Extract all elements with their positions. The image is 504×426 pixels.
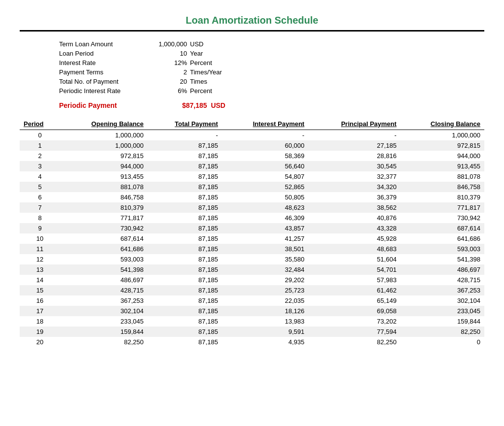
table-cell: 302,104 <box>401 295 484 306</box>
table-cell: 428,715 <box>60 285 148 295</box>
table-cell: 6 <box>20 192 60 202</box>
table-cell: 428,715 <box>401 275 484 285</box>
table-cell: 87,185 <box>148 202 222 213</box>
table-cell: 913,455 <box>60 171 148 182</box>
table-row: 18233,04587,18513,98373,202159,844 <box>20 316 484 327</box>
table-row: 7810,37987,18548,62338,562771,817 <box>20 202 484 213</box>
table-cell: 52,865 <box>222 182 309 192</box>
table-cell: 541,398 <box>401 254 484 264</box>
table-cell: 233,045 <box>401 306 484 316</box>
summary-label-loan-period: Loan Period <box>59 50 158 57</box>
table-cell: 486,697 <box>60 275 148 285</box>
summary-row-payment-terms: Payment Terms 2 Times/Year <box>59 68 484 76</box>
table-row: 14486,69787,18529,20257,983428,715 <box>20 275 484 285</box>
table-cell: 38,501 <box>222 244 309 254</box>
summary-value-interest-rate: 12% <box>158 59 187 66</box>
table-cell: 16 <box>20 295 60 306</box>
table-cell: 82,250 <box>401 327 484 337</box>
summary-row-loan-period: Loan Period 10 Year <box>59 50 484 57</box>
table-cell: 87,185 <box>148 295 222 306</box>
summary-row-total-payment: Total No. of Payment 20 Times <box>59 78 484 85</box>
table-cell: 1 <box>20 140 60 151</box>
table-cell: 82,250 <box>308 337 400 347</box>
col-header-closing-balance: Closing Balance <box>401 118 484 130</box>
table-cell: 13,983 <box>222 316 309 327</box>
table-cell: 51,604 <box>308 254 400 264</box>
table-cell: 87,185 <box>148 151 222 161</box>
table-cell: 18,126 <box>222 306 309 316</box>
table-cell: 881,078 <box>60 182 148 192</box>
summary-row-interest-rate: Interest Rate 12% Percent <box>59 59 484 66</box>
table-cell: 87,185 <box>148 171 222 182</box>
table-cell: 846,758 <box>60 192 148 202</box>
table-cell: 1,000,000 <box>401 130 484 141</box>
table-cell: 35,580 <box>222 254 309 264</box>
table-cell: 38,562 <box>308 202 400 213</box>
table-cell: 87,185 <box>148 254 222 264</box>
table-cell: 11 <box>20 244 60 254</box>
summary-unit-term-loan: USD <box>190 40 203 48</box>
table-row: 9730,94287,18543,85743,328687,614 <box>20 223 484 233</box>
table-cell: 41,257 <box>222 233 309 244</box>
table-row: 01,000,000---1,000,000 <box>20 130 484 141</box>
table-cell: 972,815 <box>401 140 484 151</box>
table-cell: 43,328 <box>308 223 400 233</box>
table-cell: 593,003 <box>401 244 484 254</box>
table-cell: 43,857 <box>222 223 309 233</box>
table-cell: 36,379 <box>308 192 400 202</box>
summary-unit-loan-period: Year <box>190 50 203 57</box>
table-cell: 20 <box>20 337 60 347</box>
table-cell: 27,185 <box>308 140 400 151</box>
table-cell: 4 <box>20 171 60 182</box>
summary-value-periodic-interest: 6% <box>158 87 187 95</box>
table-cell: 0 <box>20 130 60 141</box>
table-cell: 541,398 <box>60 264 148 275</box>
table-cell: 9,591 <box>222 327 309 337</box>
col-header-period: Period <box>20 118 60 130</box>
summary-label-total-payment: Total No. of Payment <box>59 78 158 85</box>
table-cell: 77,594 <box>308 327 400 337</box>
table-cell: 944,000 <box>60 161 148 171</box>
table-row: 16367,25387,18522,03565,149302,104 <box>20 295 484 306</box>
table-cell: 29,202 <box>222 275 309 285</box>
table-cell: 87,185 <box>148 213 222 223</box>
table-cell: 87,185 <box>148 140 222 151</box>
summary-unit-total-payment: Times <box>190 78 207 85</box>
table-cell: 944,000 <box>401 151 484 161</box>
table-cell: 771,817 <box>401 202 484 213</box>
table-cell: 87,185 <box>148 275 222 285</box>
table-cell: 61,462 <box>308 285 400 295</box>
table-cell: 60,000 <box>222 140 309 151</box>
table-cell: 687,614 <box>401 223 484 233</box>
table-cell: 5 <box>20 182 60 192</box>
table-cell: 30,545 <box>308 161 400 171</box>
table-cell: 19 <box>20 327 60 337</box>
summary-value-term-loan: 1,000,000 <box>158 40 187 48</box>
table-cell: 771,817 <box>60 213 148 223</box>
page-title: Loan Amortization Schedule <box>20 10 484 32</box>
table-cell: 9 <box>20 223 60 233</box>
periodic-payment-row: Periodic Payment $87,185 USD <box>59 101 484 109</box>
table-cell: 18 <box>20 316 60 327</box>
table-row: 11641,68687,18538,50148,683593,003 <box>20 244 484 254</box>
table-cell: 87,185 <box>148 244 222 254</box>
table-cell: 233,045 <box>60 316 148 327</box>
table-cell: 1,000,000 <box>60 130 148 141</box>
periodic-payment-label: Periodic Payment <box>59 101 158 109</box>
table-cell: 730,942 <box>60 223 148 233</box>
summary-unit-periodic-interest: Percent <box>190 87 212 95</box>
table-cell: 57,983 <box>308 275 400 285</box>
table-cell: 65,149 <box>308 295 400 306</box>
table-cell: 25,723 <box>222 285 309 295</box>
table-row: 12593,00387,18535,58051,604541,398 <box>20 254 484 264</box>
table-cell: 58,369 <box>222 151 309 161</box>
table-cell: 486,697 <box>401 264 484 275</box>
table-cell: 10 <box>20 233 60 244</box>
summary-label-interest-rate: Interest Rate <box>59 59 158 66</box>
table-row: 19159,84487,1859,59177,59482,250 <box>20 327 484 337</box>
summary-value-total-payment: 20 <box>158 78 187 85</box>
table-row: 6846,75887,18550,80536,379810,379 <box>20 192 484 202</box>
table-cell: 810,379 <box>60 202 148 213</box>
table-cell: 32,484 <box>222 264 309 275</box>
table-cell: - <box>308 130 400 141</box>
